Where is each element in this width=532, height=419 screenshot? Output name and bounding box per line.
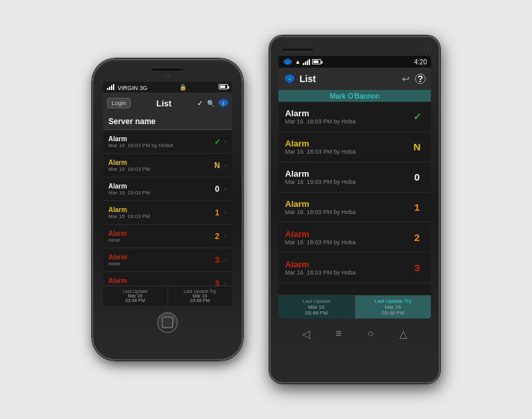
list-item[interactable]: Alarm Mar 16 18:03 PM by HOBA ✓ › <box>103 130 232 154</box>
status-time: 4:20 <box>414 58 427 66</box>
chevron-right-icon: › <box>225 209 227 216</box>
android-title: List <box>299 74 398 84</box>
item-badge: 2 <box>211 232 223 241</box>
item-title: Alarm <box>108 183 211 190</box>
item-badge: 2 <box>410 232 424 243</box>
cell-signal <box>303 58 310 65</box>
item-text: Alarm none <box>108 254 211 267</box>
item-badge: ✓ <box>410 111 424 123</box>
home-button[interactable]: △ <box>399 328 407 340</box>
list-item[interactable]: Alarm Mar 16 18:03 PM by Hoba 0 <box>278 162 431 192</box>
list-item[interactable]: Alarm Mar 16 18:03 PM by Hoba N <box>278 132 431 162</box>
list-item[interactable]: Alarm Mar 16 18:03 PM by Hoba 2 <box>278 223 431 253</box>
android-last-update-try-time: 03:48 PM <box>357 310 430 316</box>
android-bottom-bar: Last Update Mar 16 03:48 PM Last Update … <box>278 295 431 319</box>
item-text: Alarm Mar 16 18:03 PM <box>108 159 211 172</box>
item-badge: 1 <box>211 208 223 217</box>
iphone-alarm-list: Alarm Mar 16 18:03 PM by HOBA ✓ › Alarm … <box>103 130 232 286</box>
iphone-lock-icon: 🔒 <box>179 84 187 91</box>
android-nav-right: ↩ ? <box>402 74 426 84</box>
item-text: Alarm Mar 16 18:03 PM by Hoba <box>285 139 410 155</box>
item-badge: 0 <box>211 185 223 194</box>
list-item[interactable]: Alarm none 3 › <box>103 248 232 272</box>
home-button-inner <box>162 317 173 328</box>
help-icon[interactable]: ? <box>415 74 426 84</box>
android-camera <box>424 47 428 52</box>
android-last-update-time: 03:48 PM <box>280 310 353 316</box>
iphone-camera <box>166 74 169 78</box>
svg-text:+: + <box>288 77 291 81</box>
android-top-bar <box>276 47 433 52</box>
item-subtitle: Mar 16 18:03 PM by Hoba <box>285 148 410 155</box>
android-device: + ▲ 4:20 <box>269 35 440 384</box>
chevron-right-icon: › <box>225 185 227 192</box>
item-text: Alarm none <box>108 230 211 243</box>
last-update-time: 03:48 PM <box>104 298 166 303</box>
chevron-right-icon: › <box>225 138 227 145</box>
menu-button[interactable]: ≡ <box>336 328 342 340</box>
android-battery <box>312 59 321 64</box>
item-subtitle: Mar 16 18:03 PM by Hoba <box>285 239 410 246</box>
last-update-cell: Last Update Mar 16 03:48 PM <box>103 286 168 305</box>
android-last-update-cell: Last Update Mar 16 03:48 PM <box>278 296 355 319</box>
iphone-screen: VIRGIN 3G 🔒 Login List ✓ 🔍 i <box>103 82 232 305</box>
list-item[interactable]: Alarm Mar 16 18:03 PM by Hoba ✓ <box>278 102 431 132</box>
username-bar: Mark O'Bannon <box>278 90 431 102</box>
exit-icon[interactable]: ↩ <box>402 74 410 84</box>
server-header: Server name <box>103 114 232 130</box>
item-text: Alarm Mar 16 18:03 PM by Hoba <box>285 169 410 185</box>
item-badge: 0 <box>410 171 424 183</box>
item-badge: 1 <box>410 202 424 213</box>
iphone-nav-icons: ✓ 🔍 i <box>197 99 228 108</box>
check-icon[interactable]: ✓ <box>197 99 203 108</box>
time-display: 4:20 <box>414 58 427 66</box>
item-text: Alarm Mar 16 18:03 PM <box>108 183 211 196</box>
item-title: Alarm <box>285 259 410 269</box>
item-title: Alarm <box>108 206 211 213</box>
item-badge: ✓ <box>211 137 223 146</box>
home-button[interactable] <box>157 312 178 333</box>
item-badge: N <box>410 141 424 152</box>
item-subtitle: none <box>108 237 211 243</box>
item-text: Alarm Mar 16 18:03 PM by HOBA <box>108 135 211 148</box>
search-button[interactable]: ○ <box>367 328 374 340</box>
item-title: Alarm <box>285 169 410 179</box>
list-item[interactable]: Alarm Mar 16 18:03 PM by Hoba 3 <box>278 253 431 283</box>
login-button[interactable]: Login <box>107 98 131 108</box>
search-icon[interactable]: 🔍 <box>207 100 215 107</box>
shield-icon[interactable]: i <box>219 99 228 108</box>
list-item[interactable]: Alarm Mar 16 18:03 PM by Hoba 1 <box>278 192 431 223</box>
list-item[interactable]: Alarm Mar 16 18:03 PM N › <box>103 154 232 177</box>
list-item[interactable]: Alarm none 3 › <box>103 272 232 286</box>
item-title: Alarm <box>285 199 410 209</box>
last-update-label: Last Update <box>104 289 166 294</box>
item-title: Alarm <box>108 277 211 284</box>
iphone-bottom-bar: Last Update Mar 16 03:48 PM Last Update … <box>103 286 232 305</box>
item-badge: 3 <box>211 255 223 265</box>
item-title: Alarm <box>108 135 211 143</box>
item-badge: N <box>211 161 223 170</box>
iphone-status-bar: VIRGIN 3G 🔒 <box>103 82 232 93</box>
item-title: Alarm <box>285 229 410 239</box>
svg-text:+: + <box>286 60 289 64</box>
list-item[interactable]: Alarm Mar 16 18:03 PM 1 › <box>103 201 232 225</box>
item-text: Alarm Mar 16 18:03 PM by Hoba <box>285 259 410 276</box>
back-button[interactable]: ◁ <box>302 328 310 340</box>
item-text: Alarm Mar 16 18:03 PM by Hoba <box>285 108 410 125</box>
chevron-right-icon: › <box>225 280 227 286</box>
item-text: Alarm Mar 16 18:03 PM by Hoba <box>285 229 410 246</box>
item-subtitle: none <box>108 261 211 267</box>
item-text: Alarm Mar 16 18:03 PM <box>108 206 211 219</box>
chevron-right-icon: › <box>225 232 227 240</box>
list-item[interactable]: Alarm none 2 › <box>103 225 232 248</box>
item-subtitle: Mar 16 18:03 PM by Hoba <box>285 179 410 185</box>
item-title: Alarm <box>108 254 211 261</box>
last-update-try-time: 03:48 PM <box>169 298 231 303</box>
list-item[interactable]: Alarm Mar 16 18:03 PM 0 › <box>103 177 232 201</box>
item-text: Alarm none <box>108 277 211 286</box>
android-shield-icon: + <box>284 73 296 85</box>
item-subtitle: Mar 16 18:03 PM <box>108 213 211 219</box>
android-alarm-list: Alarm Mar 16 18:03 PM by Hoba ✓ Alarm Ma… <box>278 102 431 295</box>
item-subtitle: Mar 16 18:03 PM by Hoba <box>285 269 410 276</box>
android-last-update-date: Mar 16 <box>280 304 353 310</box>
